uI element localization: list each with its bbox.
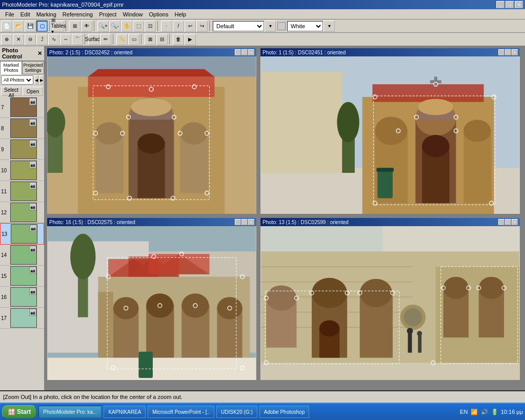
svg-point-9 [137,133,165,153]
pw3-minimize[interactable]: _ [235,219,241,225]
filter-prev[interactable]: ◀ [34,75,38,85]
zoom-out-button[interactable]: 🔍- [109,21,120,32]
redo-button[interactable]: ↪ [196,21,208,32]
menu-help[interactable]: Help [171,10,189,18]
pw1-maximize[interactable]: □ [241,49,248,55]
camera-icon-12: 📷 [29,203,36,210]
tray-icon3: 🔋 [491,408,499,416]
svg-rect-3 [88,76,215,96]
dropdown-arrow1[interactable]: ▾ [265,21,276,32]
photo-list-item-12[interactable]: 12 📷 [0,202,44,223]
photo-list-item-14[interactable]: 14 📷 [0,245,44,266]
pw3-content[interactable] [47,226,256,380]
tool-btn5[interactable]: ∿ [48,34,59,45]
run-btn[interactable]: ▶ [185,34,196,45]
pw1-minimize[interactable]: _ [235,49,241,55]
pw1-content[interactable] [47,56,256,214]
pw3-close[interactable]: × [248,219,254,225]
photos-filter-dropdown[interactable]: All Photos [1,75,33,85]
photo-list-item-11[interactable]: 11 📷 [0,181,44,202]
svg-rect-34 [261,72,342,173]
line-button[interactable]: / [173,21,184,32]
taskbar-item-3[interactable]: UDISK20 (G:) [216,406,257,418]
minimize-button[interactable]: _ [496,1,504,8]
select-all-button[interactable]: Select All [1,87,22,96]
zoom-box-button[interactable]: ⬚ [133,21,144,32]
pan-button[interactable]: ✋ [121,21,132,32]
photo-list-item-13[interactable]: 13 📷 [0,223,44,245]
photo-list-item-7[interactable]: 7 📷 [0,97,44,118]
grid-button[interactable]: ⊞ [69,21,80,32]
pw2-minimize[interactable]: _ [498,49,504,55]
photo-list-item-9[interactable]: 9 📷 [0,139,44,160]
pw4-titlebar: Photo: 13 (1:5) : DSC02599 : oriented _ … [260,218,520,226]
tables-button[interactable]: ⊞ Tables ▾ [53,21,64,32]
ref-btn[interactable]: ⊟ [156,34,168,45]
white-dropdown[interactable]: White [287,21,323,31]
rect-btn[interactable]: ▭ [128,34,139,45]
tool-btn1[interactable]: ⊕ [1,34,12,45]
filter-next[interactable]: ▶ [39,75,44,85]
menu-window[interactable]: Window [119,10,146,18]
menu-options[interactable]: Options [146,10,172,18]
photo-thumb-12: 📷 [10,203,37,222]
open-button-panel[interactable]: Open [23,87,43,96]
photo-num-10: 10 [1,168,10,173]
view-btn1[interactable]: 👁 [81,21,92,32]
tool-btn6[interactable]: ∼ [60,34,71,45]
photo-list-item-8[interactable]: 8 📷 [0,118,44,139]
pencil-btn[interactable]: ✏ [100,34,111,45]
maximize-button[interactable]: □ [506,1,514,8]
svg-point-108 [266,285,296,310]
close-button[interactable]: × [515,1,523,8]
measure-btn[interactable]: 📏 [116,34,128,45]
constraint-btn[interactable]: ⊠ [145,34,156,45]
pw3-maximize[interactable]: □ [241,219,248,225]
pw4-maximize[interactable]: □ [505,219,511,225]
pw1-close[interactable]: × [248,49,254,55]
photo-list-item-15[interactable]: 15 📷 [0,266,44,287]
start-label: Start [17,408,31,415]
zoom-fit-button[interactable]: ⊡ [145,21,156,32]
pw2-close[interactable]: × [512,49,518,55]
pw2-content[interactable] [260,56,520,214]
cursor-button[interactable]: ▢ [36,21,48,32]
start-button[interactable]: 🪟 Start [2,405,36,418]
zoom-in-button[interactable]: 🔍+ [97,21,109,32]
undo-button[interactable]: ↩ [185,21,196,32]
tool-btn3[interactable]: ⊖ [25,34,36,45]
pw4-close[interactable]: × [512,219,518,225]
photo-list-item-10[interactable]: 10 📷 [0,160,44,181]
open-button[interactable]: 📂 [13,21,24,32]
camera-icon-9: 📷 [29,140,36,147]
camera-icon-7: 📷 [29,98,36,105]
photo-control-close[interactable]: ✕ [37,50,42,57]
svg-point-80 [181,293,209,317]
save-button[interactable]: 💾 [25,21,36,32]
photo-list-item-17[interactable]: 17 📷 [0,308,44,329]
tab-projected-settings[interactable]: ProjectedSettings [22,61,44,74]
menu-edit[interactable]: Edit [17,10,33,18]
taskbar-item-0[interactable]: PhotoModeler Pro: ka... [38,406,102,418]
taskbar-item-1[interactable]: KAPNIKAREA [104,406,146,418]
pw2-maximize[interactable]: □ [505,49,511,55]
menu-project[interactable]: Project [96,10,119,18]
photo-list-item-16[interactable]: 16 📷 [0,287,44,308]
point-button[interactable]: · [161,21,172,32]
tab-marked-photos[interactable]: MarkedPhotos [0,61,22,74]
delete-btn[interactable]: 🗑 [173,34,184,45]
taskbar-item-4[interactable]: Adobe Photoshop [259,406,310,418]
pw4-content[interactable] [260,226,520,380]
tool-btn2[interactable]: ✕ [13,34,24,45]
taskbar-item-2[interactable]: Microsoft PowerPoint - [.. [148,406,214,418]
tool-btn4[interactable]: ⤴ [36,34,48,45]
new-button[interactable]: 📄 [1,21,12,32]
tool-btn7[interactable]: ⌒ [72,34,83,45]
default-dropdown[interactable]: Default [213,21,264,31]
dropdown-arrow2[interactable]: ▾ [324,21,335,32]
toolbar2: ⊕ ✕ ⊖ ⤴ ∿ ∼ ⌒ Surface ✏ 📏 ▭ ⊠ ⊟ 🗑 ▶ [0,33,525,46]
svg-point-78 [146,293,173,317]
surface-btn[interactable]: Surface [88,34,99,45]
menu-file[interactable]: File [2,10,17,18]
pw4-minimize[interactable]: _ [498,219,504,225]
